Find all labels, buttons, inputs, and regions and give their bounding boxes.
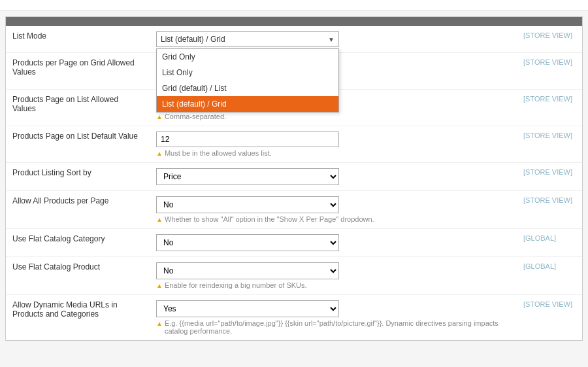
config-row-flat-product: Use Flat Catalog ProductNo▲Enable for re… [6,257,582,295]
label-dynamic-media: Allow Dynamic Media URLs in Products and… [6,295,150,341]
warning-icon: ▲ [156,282,163,289]
page-title [0,0,588,11]
label-flat-category: Use Flat Catalog Category [6,229,150,257]
config-row-flat-category: Use Flat Catalog CategoryNo[GLOBAL] [6,229,582,257]
scope-list-mode: [STORE VIEW] [517,26,582,53]
scope-list-default: [STORE VIEW] [517,126,582,163]
dropdown-option[interactable]: Grid Only [157,49,338,65]
scope-grid-allowed: [STORE VIEW] [517,53,582,90]
hint-dynamic-media: ▲E.g. {{media url="path/to/image.jpg"}} … [156,319,510,335]
label-list-mode: List Mode [6,26,150,53]
config-row-list-mode: List ModeList (default) / Grid▼Grid Only… [6,26,582,53]
input-list-default[interactable] [156,131,339,147]
dropdown-overlay-list-mode: Grid OnlyList OnlyGrid (default) / ListL… [156,48,339,113]
config-row-list-default: Products Page on List Default Value▲Must… [6,126,582,163]
config-row-sort-by: Product Listing Sort byPrice[STORE VIEW] [6,163,582,191]
section-header [6,17,582,26]
section-frontend: List ModeList (default) / Grid▼Grid Only… [5,16,583,341]
dropdown-option[interactable]: Grid (default) / List [157,80,338,96]
dropdown-display-list-mode[interactable]: List (default) / Grid▼ [156,31,339,47]
input-cell-dynamic-media: Yes▲E.g. {{media url="path/to/image.jpg"… [150,295,517,341]
input-cell-sort-by: Price [150,163,517,191]
scope-all-products: [STORE VIEW] [517,191,582,229]
scope-dynamic-media: [STORE VIEW] [517,295,582,341]
input-cell-list-default: ▲Must be in the allowed values list. [150,126,517,163]
warning-icon: ▲ [156,216,163,223]
label-list-default: Products Page on List Default Value [6,126,150,163]
input-cell-all-products: No▲Whether to show "All" option in the "… [150,191,517,229]
hint-all-products: ▲Whether to show "All" option in the "Sh… [156,215,510,223]
scope-sort-by: [STORE VIEW] [517,163,582,191]
warning-icon: ▲ [156,320,163,327]
input-cell-flat-category: No [150,229,517,257]
select-dynamic-media[interactable]: Yes [156,300,339,317]
select-flat-product[interactable]: No [156,262,339,279]
config-row-all-products: Allow All Products per PageNo▲Whether to… [6,191,582,229]
hint-list-default: ▲Must be in the allowed values list. [156,149,510,157]
label-grid-allowed: Products per Page on Grid Allowed Values [6,53,150,90]
warning-icon: ▲ [156,150,163,157]
input-cell-flat-product: No▲Enable for reindexing a big number of… [150,257,517,295]
dropdown-container-list-mode: List (default) / Grid▼Grid OnlyList Only… [156,31,339,47]
dropdown-option[interactable]: List (default) / Grid [157,96,338,112]
scope-list-allowed: [STORE VIEW] [517,90,582,126]
label-sort-by: Product Listing Sort by [6,163,150,191]
config-row-dynamic-media: Allow Dynamic Media URLs in Products and… [6,295,582,341]
hint-flat-product: ▲Enable for reindexing a big number of S… [156,281,510,289]
chevron-down-icon: ▼ [328,36,335,43]
dropdown-option[interactable]: List Only [157,65,338,80]
warning-icon: ▲ [156,113,163,120]
select-flat-category[interactable]: No [156,234,339,251]
label-all-products: Allow All Products per Page [6,191,150,229]
scope-flat-product: [GLOBAL] [517,257,582,295]
label-flat-product: Use Flat Catalog Product [6,257,150,295]
label-list-allowed: Products Page on List Allowed Values [6,90,150,126]
hint-list-allowed: ▲Comma-separated. [156,113,510,120]
select-sort-by[interactable]: Price [156,168,339,185]
scope-flat-category: [GLOBAL] [517,229,582,257]
select-all-products[interactable]: No [156,196,339,213]
config-table: List ModeList (default) / Grid▼Grid Only… [6,26,582,340]
input-cell-list-mode: List (default) / Grid▼Grid OnlyList Only… [150,26,517,53]
